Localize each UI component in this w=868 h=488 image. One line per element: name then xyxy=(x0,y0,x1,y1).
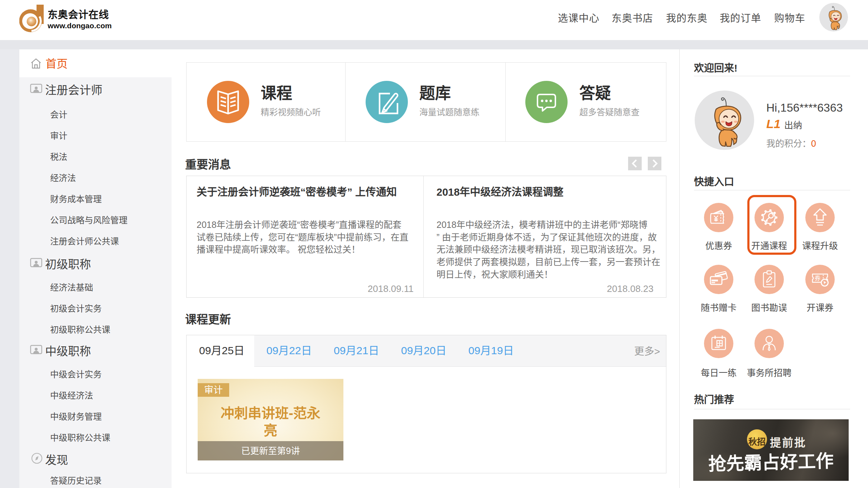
svg-text:券: 券 xyxy=(815,275,821,282)
